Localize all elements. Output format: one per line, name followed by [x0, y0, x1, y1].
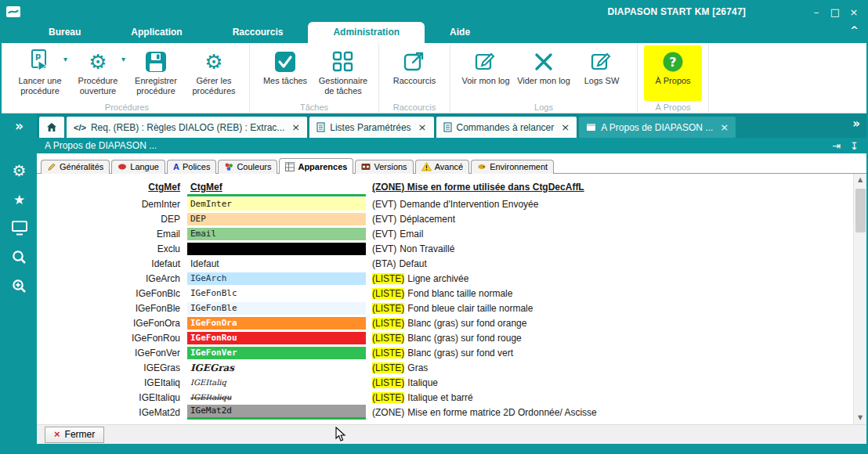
tab-avance[interactable]: Avancé	[415, 160, 470, 174]
collapse-ribbon-chevron-icon[interactable]: ^	[850, 24, 859, 36]
ribbon-button-procedure-ouverture[interactable]: ⚙▾Procédure ouverture	[69, 45, 127, 101]
doc-tab-commandes-a-relancer[interactable]: Commandes à relancer×	[436, 117, 577, 138]
ribbon-button-label: Raccourcis	[393, 76, 436, 86]
tab-label: Environnement	[490, 162, 548, 171]
minimize-button[interactable]: –	[808, 6, 824, 18]
scroll-down-icon[interactable]: ▼	[854, 412, 867, 424]
ribbon-button-vider-mon-log[interactable]: Vider mon log	[515, 45, 573, 101]
ribbon-button-label: Logs SW	[584, 76, 620, 86]
table-row-email[interactable]: EmailEmail(EVT)Email	[46, 226, 853, 241]
style-name: DEP	[46, 214, 187, 225]
ribbon-button-enregistrer-procedure[interactable]: Enregistrer procédure	[127, 45, 185, 101]
menu-tab-aide[interactable]: Aide	[425, 22, 495, 43]
table-row-igefonrou[interactable]: IGeFonRouIGeFonRou(LISTE)Blanc (gras) su…	[46, 330, 853, 345]
close-tab-icon[interactable]: ×	[720, 121, 729, 133]
col-header-ctgmef[interactable]: CtgMef	[46, 182, 187, 193]
table-row-deminter[interactable]: DemInterDemInter(EVT)Demande d'Intervent…	[46, 196, 853, 211]
tab-generalites[interactable]: Généralités	[41, 160, 110, 174]
close-tab-icon[interactable]: ×	[291, 121, 300, 133]
edit-icon	[591, 48, 613, 75]
sidebar-monitor-icon[interactable]	[2, 214, 37, 243]
table-row-dep[interactable]: DEPDEP(EVT)Déplacement	[46, 211, 853, 226]
menu-tab-application[interactable]: Application	[106, 22, 207, 43]
tab-couleurs[interactable]: Couleurs	[218, 160, 277, 174]
desc-tag: (EVT)	[372, 229, 396, 240]
close-tab-icon[interactable]: ×	[418, 121, 427, 133]
ribbon-button-raccourcis[interactable]: Raccourcis	[385, 45, 443, 101]
grid-table-icon	[285, 162, 295, 171]
style-description: (LISTE)Blanc (gras) sur fond vert	[366, 348, 853, 359]
table-row-igeitaliq[interactable]: IGEItaliqIGEItaliq(LISTE)Italique	[46, 375, 853, 390]
tab-langue[interactable]: Langue	[111, 160, 165, 174]
sidebar-star-icon[interactable]: ★	[2, 185, 37, 214]
tab-apparences[interactable]: Apparences	[279, 158, 353, 174]
ribbon-button-gestionnaire-de-taches[interactable]: Gestionnaire de tâches	[314, 45, 372, 101]
window-icon	[586, 123, 596, 132]
desc-text: Defaut	[399, 258, 426, 269]
ribbon-button-a-propos[interactable]: ?À Propos	[644, 45, 702, 101]
gear-icon: ⚙	[89, 48, 107, 75]
style-description: (EVT)Email	[366, 229, 853, 240]
download-icon[interactable]: ↧	[850, 140, 859, 152]
tab-overflow-chevrons-icon[interactable]: »	[852, 117, 860, 131]
tab-to-end-icon[interactable]: ⇥	[832, 140, 841, 152]
menu-tab-raccourcis[interactable]: Raccourcis	[208, 22, 309, 43]
dropdown-arrow-icon[interactable]: ▾	[63, 55, 67, 63]
home-tab[interactable]	[39, 117, 64, 138]
table-row-exclu[interactable]: ExcluExclu(EVT)Non Travaillé	[46, 241, 853, 256]
scroll-up-icon[interactable]: ▲	[854, 174, 867, 186]
close-button[interactable]: ×	[846, 6, 862, 18]
ribbon-button-voir-mon-log[interactable]: Voir mon log	[457, 45, 515, 101]
table-row-igefonora[interactable]: IGeFonOraIGeFonOra(LISTE)Blanc (gras) su…	[46, 315, 853, 330]
ribbon-button-label: Mes tâches	[263, 76, 307, 86]
tab-label: Polices	[183, 162, 210, 171]
maximize-button[interactable]: □	[827, 6, 843, 18]
fermer-button[interactable]: × Fermer	[45, 427, 104, 443]
table-row-igeitaliqu[interactable]: IGEItaliquIGEItaliqu(LISTE)Italique et b…	[46, 390, 853, 405]
home-icon	[46, 122, 57, 132]
table-row-idefaut[interactable]: IdefautIdefaut(BTA)Defaut	[46, 256, 853, 271]
col-header-zone-desc[interactable]: (ZONE) Mise en forme utilisée dans CtgDe…	[366, 182, 853, 193]
sidebar-gear-icon[interactable]: ⚙	[2, 156, 37, 185]
tab-versions[interactable]: Versions	[355, 160, 413, 174]
doc-tab-req-reb-regles-dialog-reb-extrac[interactable]: </>Req. (REB) : Règles DIALOG (REB) : Ex…	[67, 117, 307, 138]
footer-bar: × Fermer	[37, 424, 866, 444]
sidebar-search-zoom-icon[interactable]	[2, 272, 37, 301]
table-row-igearch[interactable]: IGeArchIGeArch(LISTE)Ligne archivée	[46, 271, 853, 286]
col-header-ctgmef-sample[interactable]: CtgMef	[187, 178, 366, 196]
doc-tab-listes-parametrees[interactable]: Listes Paramétrées×	[309, 117, 433, 138]
menu-tab-bureau[interactable]: Bureau	[24, 22, 106, 43]
table-row-igegras[interactable]: IGEGrasIGEGras(LISTE)Gras	[46, 360, 853, 375]
sidebar-double-chevron-icon[interactable]: »	[2, 114, 37, 139]
table-row-igefonble[interactable]: IGeFonBleIGeFonBle(LISTE)Fond bleue clai…	[46, 301, 853, 315]
tab-environnement[interactable]: Environnement	[471, 160, 554, 174]
table-row-igemat2d[interactable]: IGeMat2dIGeMat2d(ZONE)Mise en forme matr…	[46, 405, 853, 420]
ribbon-button-mes-taches[interactable]: Mes tâches	[256, 45, 314, 101]
menu-tab-administration[interactable]: Administration	[308, 22, 425, 43]
ribbon-group-label: À Propos	[638, 103, 708, 112]
dropdown-arrow-icon[interactable]: ▾	[121, 55, 125, 63]
style-name: DemInter	[46, 199, 187, 210]
style-name: IGeFonBle	[46, 303, 187, 314]
desc-tag: (EVT)	[372, 199, 396, 210]
appearance-table: CtgMef CtgMef (ZONE) Mise en forme utili…	[37, 174, 853, 424]
tab-polices[interactable]: APolices	[167, 160, 216, 174]
desc-text: Fond bleue clair taille normale	[407, 303, 533, 314]
ribbon-button-lancer-une-procedure[interactable]: p▾Lancer une procédure	[11, 45, 69, 101]
style-sample: Email	[187, 228, 366, 240]
panel-tabs: GénéralitésLangueAPolicesCouleursApparen…	[37, 153, 866, 174]
desc-text: Ligne archivée	[407, 273, 468, 284]
sidebar-search-icon[interactable]	[2, 243, 37, 272]
table-row-igefonblc[interactable]: IGeFonBlcIGeFonBlc(LISTE)Fond blanc tail…	[46, 286, 853, 301]
tab-label: Apparences	[298, 162, 347, 171]
vertical-scrollbar[interactable]: ▲ ▼	[853, 174, 866, 424]
doc-tab-a-propos-de-diapason[interactable]: A Propos de DIAPASON ...×	[579, 117, 736, 138]
ribbon-button-gerer-les-procedures[interactable]: ⚙Gérer les procédures	[185, 45, 243, 101]
desc-text: Blanc (gras) sur fond rouge	[407, 333, 521, 344]
scrollbar-thumb[interactable]	[855, 189, 866, 232]
table-row-igefonver[interactable]: IGeFonVerIGeFonVer(LISTE)Blanc (gras) su…	[46, 345, 853, 360]
procedure-play-icon: p	[30, 48, 50, 75]
versions-icon	[361, 162, 371, 171]
ribbon-button-logs-sw[interactable]: Logs SW	[573, 45, 631, 101]
close-tab-icon[interactable]: ×	[561, 121, 570, 133]
